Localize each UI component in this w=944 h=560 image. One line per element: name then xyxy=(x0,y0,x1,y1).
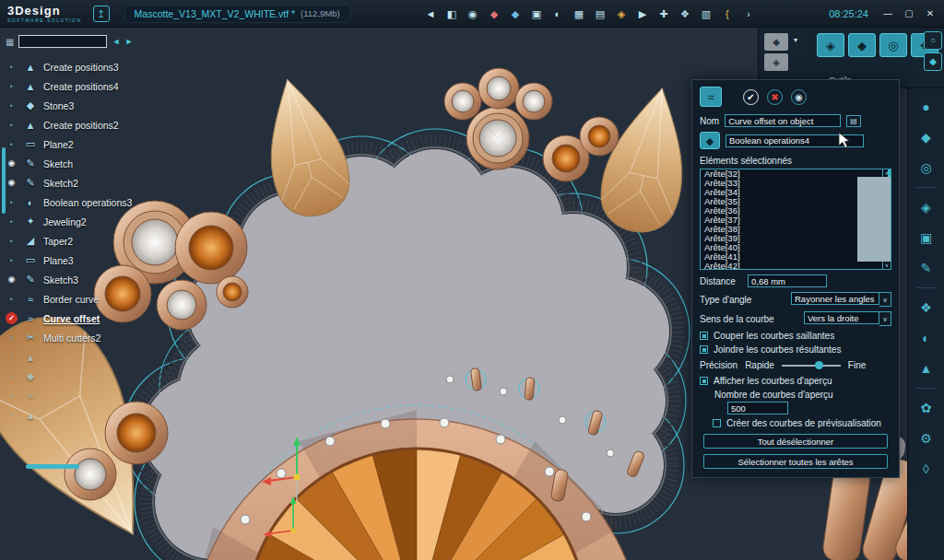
stones-tool-icon[interactable]: ◈ xyxy=(817,33,844,57)
minimize-icon[interactable]: — xyxy=(881,8,894,18)
gem-tab-icon[interactable]: ◆ xyxy=(924,52,942,71)
tree-item-jeweling2[interactable]: ▪ ✦ Jeweling2 xyxy=(0,212,181,231)
run-icon[interactable]: › xyxy=(741,6,756,21)
chevron-down-icon[interactable]: ▾ xyxy=(794,36,797,44)
edges-list[interactable]: Arête[32] Arête[33] Arête[34] Arête[35] … xyxy=(700,169,891,270)
script-icon[interactable]: { xyxy=(720,6,735,21)
settings-tool-icon[interactable]: ⚙ xyxy=(915,427,938,449)
create-preview-checkbox-row[interactable]: Créer des courbes de prévisualisation xyxy=(713,418,891,428)
tree-item-sketch2[interactable]: ◉ ✎ Sketch2 xyxy=(0,173,181,192)
boolean-tool-icon[interactable]: ◐ xyxy=(915,327,938,349)
pattern-tool-icon[interactable]: ❖ xyxy=(915,297,938,319)
engraving-tool-icon[interactable]: ✎ xyxy=(915,257,938,279)
diamond-tool-icon[interactable]: ◆ xyxy=(848,33,876,57)
angle-type-value[interactable] xyxy=(791,292,879,305)
tree-item-sketch[interactable]: ◉ ✎ Sketch xyxy=(0,154,181,173)
tree-horizontal-scrollbar[interactable] xyxy=(26,464,79,469)
direction-dropdown[interactable]: ∨ xyxy=(804,311,891,326)
render-icon[interactable]: ◐ xyxy=(550,6,565,21)
select-all-edges-button[interactable]: Sélectionner toutes les arêtes xyxy=(703,454,888,469)
document-tab[interactable]: Mascotte_V13_MXT_V2_WHITE.vtf * (112,9Mb… xyxy=(124,5,350,23)
tree-item-border-curve[interactable]: ▪ ≈ Border curve xyxy=(0,289,181,309)
preview-eye-button[interactable]: ◉ xyxy=(791,89,807,105)
maximize-icon[interactable]: ▢ xyxy=(903,8,915,18)
magnet-icon[interactable]: ◈ xyxy=(614,6,629,21)
camera-icon[interactable]: ▦ xyxy=(572,6,586,21)
angle-type-dropdown[interactable]: ∨ xyxy=(791,292,891,307)
tree-item-create-positions2[interactable]: ▪ ▲ Create positions2 xyxy=(0,115,181,134)
tree-item-taper2[interactable]: ▪ ◢ Taper2 xyxy=(0,231,181,251)
measure-icon[interactable]: ▤ xyxy=(593,6,608,21)
tree-item[interactable]: ▪ ≈ xyxy=(0,386,181,405)
row-badge-icon: ▪ xyxy=(6,99,18,111)
ring-wizard-icon[interactable]: ◎ xyxy=(915,157,938,179)
tree-item-boolean-operations3[interactable]: ▪ ◐ Boolean operations3 xyxy=(0,192,181,212)
tree-item-plane2[interactable]: ▪ ▭ Plane2 xyxy=(0,134,181,154)
tree-vertical-scrollbar[interactable] xyxy=(2,147,6,214)
deselect-all-button[interactable]: Tout désélectionner xyxy=(703,434,888,449)
show-preview-checkbox-row[interactable]: Afficher les courbes d'aperçu xyxy=(700,376,891,386)
layers-panel-icon[interactable]: ◈ xyxy=(764,53,788,71)
tree-item[interactable]: ▪ ▲ xyxy=(0,347,181,367)
preview-count-input[interactable] xyxy=(727,402,788,414)
confirm-button[interactable]: ✔ xyxy=(743,89,759,105)
scene-panel-icon[interactable]: ◆ xyxy=(764,33,788,51)
precision-slider[interactable] xyxy=(782,365,841,367)
tree-item-plane3[interactable]: ▪ ▭ Plane3 xyxy=(0,251,181,270)
join-curves-checkbox-row[interactable]: Joindre les courbes résultantes xyxy=(700,344,891,355)
list-scrollbar[interactable]: ∧ ∨ xyxy=(882,169,891,269)
gem-red-icon[interactable]: ◆ xyxy=(487,6,502,21)
tree-item-multi-cutters2[interactable]: ▪ ✂ Multi cutters2 xyxy=(0,328,181,347)
cut-curves-checkbox-row[interactable]: Couper les courbes saillantes xyxy=(700,331,891,341)
eye-icon[interactable]: ◉ xyxy=(6,158,18,169)
list-item[interactable]: Arête[42] xyxy=(701,262,891,270)
chevron-down-icon[interactable]: ∨ xyxy=(879,292,891,307)
document-title: Mascotte_V13_MXT_V2_WHITE.vtf * xyxy=(135,8,295,19)
analysis-tool-icon[interactable]: ◊ xyxy=(915,458,938,480)
chevron-down-icon[interactable]: ∨ xyxy=(879,311,891,326)
close-icon[interactable]: ✕ xyxy=(924,8,937,18)
direction-value[interactable] xyxy=(804,311,879,324)
visibility-icon[interactable]: ◉ xyxy=(466,6,480,21)
tree-item-stone3[interactable]: ▪ ◆ Stone3 xyxy=(0,96,181,115)
tree-item-curve-offset[interactable]: ✓ ≈ Curve offset xyxy=(0,309,181,328)
scroll-down-icon[interactable]: ∨ xyxy=(885,262,889,269)
tree-item[interactable]: ▪ ◆ xyxy=(0,367,181,386)
primitives-tool-icon[interactable]: ● xyxy=(915,96,938,118)
nav-forward-icon[interactable]: ► xyxy=(124,37,133,46)
tree-search-input[interactable] xyxy=(18,35,107,48)
tree-item-create-positions4[interactable]: ▪ ▲ Create positions4 xyxy=(0,76,181,96)
gem-studio-icon[interactable]: ◆ xyxy=(915,126,938,148)
jewelry-tab-icon[interactable]: ○ xyxy=(924,31,942,50)
slider-thumb[interactable] xyxy=(815,361,823,369)
name-input[interactable] xyxy=(725,114,841,127)
lab-icon[interactable]: ✚ xyxy=(656,6,671,21)
eye-icon[interactable]: ◉ xyxy=(6,274,18,286)
pave-tool-icon[interactable]: ▣ xyxy=(915,227,938,249)
checkbox-checked[interactable] xyxy=(700,332,708,340)
checkbox-checked[interactable] xyxy=(700,377,708,385)
grid-view-icon[interactable]: ▦ xyxy=(6,37,14,47)
materials-icon[interactable]: ▣ xyxy=(529,6,544,21)
checkbox-checked[interactable] xyxy=(700,345,708,354)
distance-input[interactable] xyxy=(748,274,827,287)
ring-tool-icon[interactable]: ◎ xyxy=(879,33,907,57)
selection-filter-icon[interactable]: ◧ xyxy=(444,6,459,21)
tree-item-create-positions3[interactable]: ▪ ▲ Create positions3 xyxy=(0,57,181,76)
animation-icon[interactable]: ▶ xyxy=(635,6,650,21)
undo-icon[interactable]: ◄ xyxy=(423,6,438,21)
gem-blue-icon[interactable]: ◆ xyxy=(508,6,523,21)
mesh-tool-icon[interactable]: ▲ xyxy=(915,357,938,379)
cancel-button[interactable]: ✖ xyxy=(767,89,783,105)
keyboard-icon[interactable]: ▤ xyxy=(846,115,861,127)
stone-setting-icon[interactable]: ◈ xyxy=(915,196,938,218)
tree-item-sketch3[interactable]: ◉ ✎ Sketch3 xyxy=(0,270,181,289)
cube-icon[interactable]: ❖ xyxy=(678,6,692,21)
nav-back-icon[interactable]: ◄ xyxy=(112,37,120,46)
import-icon[interactable]: ↥ xyxy=(93,6,110,22)
printer-icon[interactable]: ▥ xyxy=(699,6,714,21)
checkbox-unchecked[interactable] xyxy=(713,419,721,427)
flower-tool-icon[interactable]: ✿ xyxy=(915,397,938,419)
eye-icon[interactable]: ◉ xyxy=(6,177,18,189)
tree-item[interactable]: ▪ ▲ xyxy=(0,405,181,425)
